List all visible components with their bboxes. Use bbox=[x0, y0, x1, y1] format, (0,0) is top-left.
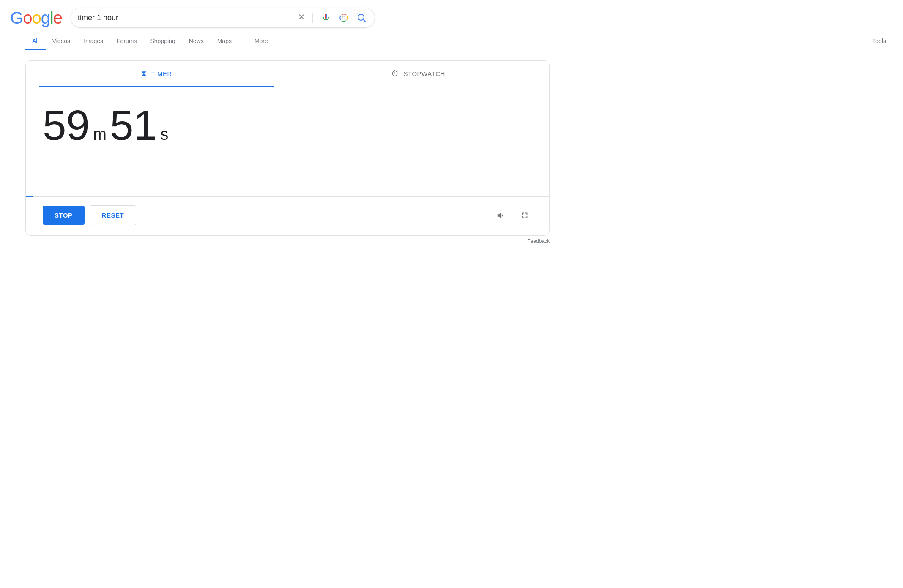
fullscreen-icon[interactable] bbox=[517, 208, 532, 223]
tab-all[interactable]: All bbox=[25, 33, 46, 49]
tools-button[interactable]: Tools bbox=[865, 33, 893, 49]
google-logo[interactable]: Google bbox=[10, 8, 62, 27]
timer-right-icons bbox=[493, 208, 532, 223]
timer-minutes: 59 bbox=[43, 104, 90, 146]
svg-point-1 bbox=[342, 16, 345, 19]
svg-line-3 bbox=[364, 20, 366, 22]
timer-tab[interactable]: ⧗ TIMER bbox=[26, 61, 287, 87]
tab-shopping[interactable]: Shopping bbox=[144, 33, 182, 49]
nav-tabs: All Videos Images Forums Shopping News M… bbox=[0, 32, 903, 50]
main-content: ⧗ TIMER ⏱ STOPWATCH 59 m 51 s STOP RESET bbox=[0, 50, 903, 259]
header: Google timer 1 hour bbox=[0, 0, 903, 32]
progress-bar bbox=[26, 196, 549, 197]
search-input[interactable]: timer 1 hour bbox=[78, 14, 292, 22]
search-divider bbox=[312, 13, 313, 23]
stopwatch-icon: ⏱ bbox=[391, 69, 400, 78]
timer-body: 59 m 51 s bbox=[26, 87, 549, 197]
reset-button[interactable]: RESET bbox=[90, 205, 137, 225]
search-submit-icon[interactable] bbox=[355, 11, 368, 24]
timer-display: 59 m 51 s bbox=[43, 104, 532, 146]
tab-news[interactable]: News bbox=[182, 33, 211, 49]
feedback-row: Feedback bbox=[25, 236, 560, 248]
stopwatch-tab[interactable]: ⏱ STOPWATCH bbox=[287, 61, 549, 87]
hourglass-icon: ⧗ bbox=[141, 69, 147, 78]
timer-minutes-unit: m bbox=[93, 125, 107, 144]
search-icons bbox=[297, 11, 368, 24]
more-button[interactable]: ⋮ More bbox=[238, 32, 275, 50]
more-dots-icon: ⋮ bbox=[245, 37, 253, 45]
timer-seconds-unit: s bbox=[160, 125, 168, 144]
tab-maps[interactable]: Maps bbox=[211, 33, 238, 49]
tab-forums[interactable]: Forums bbox=[110, 33, 143, 49]
search-bar-wrapper: timer 1 hour bbox=[71, 8, 375, 28]
search-bar: timer 1 hour bbox=[71, 8, 375, 28]
tab-images[interactable]: Images bbox=[77, 33, 110, 49]
timer-card: ⧗ TIMER ⏱ STOPWATCH 59 m 51 s STOP RESET bbox=[25, 60, 550, 236]
timer-seconds: 51 bbox=[110, 104, 157, 146]
volume-icon[interactable] bbox=[493, 208, 509, 223]
mic-icon[interactable] bbox=[320, 11, 332, 24]
timer-controls: STOP RESET bbox=[26, 197, 549, 235]
timer-tabs: ⧗ TIMER ⏱ STOPWATCH bbox=[26, 61, 549, 87]
progress-bar-fill bbox=[26, 196, 33, 197]
tab-videos[interactable]: Videos bbox=[46, 33, 77, 49]
stop-button[interactable]: STOP bbox=[43, 206, 85, 225]
clear-icon[interactable] bbox=[297, 13, 306, 23]
feedback-link[interactable]: Feedback bbox=[527, 238, 550, 244]
lens-icon[interactable] bbox=[337, 11, 350, 24]
svg-point-0 bbox=[340, 14, 348, 22]
